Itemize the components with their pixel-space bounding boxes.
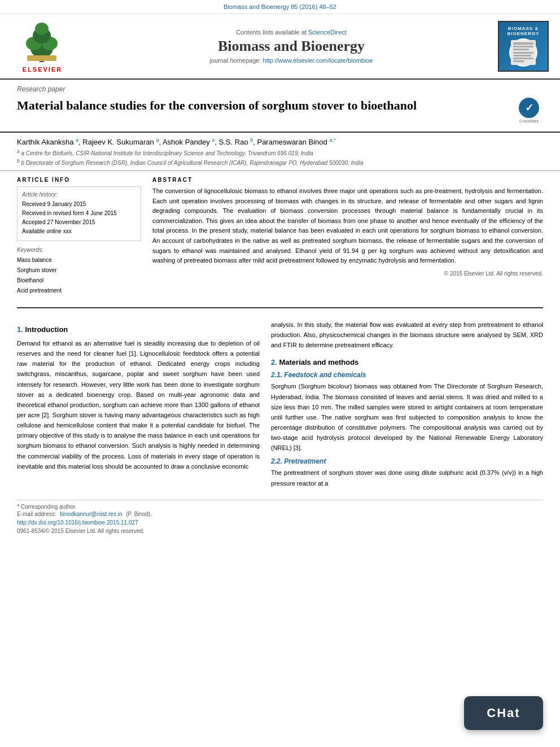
pretreatment-subsection-title: 2.2. Pretreatment	[271, 457, 543, 465]
svg-rect-13	[513, 58, 533, 59]
materials-section-title: 2. Materials and methods	[271, 358, 543, 366]
abstract-text: The conversion of lignocellulosic biomas…	[152, 186, 543, 266]
right-col-intro-text: analysis. In this study, the material fl…	[271, 320, 543, 350]
copyright-line: © 2015 Elsevier Ltd. All rights reserved…	[152, 270, 543, 277]
abstract-heading: ABSTRACT	[152, 177, 543, 183]
feedstock-subsection-title: 2.1. Feedstock and chemicals	[271, 371, 543, 379]
contents-text: Contents lists available at	[236, 29, 307, 36]
corresponding-note: * Corresponding author.	[17, 504, 543, 510]
section-divider	[17, 307, 543, 308]
journal-header: ELSEVIER Contents lists available at Sci…	[0, 14, 560, 80]
keyword-1: Mass balance	[17, 255, 141, 265]
elsevier-logo: ELSEVIER	[11, 20, 73, 73]
keywords-label: Keywords:	[17, 247, 141, 253]
materials-section-label: Materials and methods	[279, 358, 358, 366]
email-link[interactable]: binodkannur@niist.res.in	[60, 511, 122, 517]
sciencedirect-link[interactable]: ScienceDirect	[308, 29, 347, 36]
crossmark-badge: ✓ CrossMark	[515, 98, 543, 126]
chat-label: CHat	[487, 706, 520, 720]
footnote-area: * Corresponding author. E-mail address: …	[17, 500, 543, 517]
svg-rect-12	[513, 55, 531, 56]
abstract-col: ABSTRACT The conversion of lignocellulos…	[152, 177, 543, 296]
homepage-link[interactable]: http://www.elsevier.com/locate/biombioe	[263, 57, 373, 64]
article-title-section: Material balance studies for the convers…	[0, 95, 560, 133]
svg-point-5	[35, 23, 49, 35]
keyword-3: Bioethanol	[17, 276, 141, 286]
main-right-col: analysis. In this study, the material fl…	[271, 320, 543, 488]
authors: Karthik Akanksha a, Rajeev K. Sukumaran …	[17, 137, 543, 146]
crossmark-label: CrossMark	[519, 119, 539, 123]
svg-rect-10	[513, 49, 529, 50]
keyword-2: Sorghum stover	[17, 265, 141, 276]
intro-section-title: 1. Introduction	[17, 325, 260, 334]
svg-rect-14	[513, 60, 524, 62]
accepted-date: Accepted 27 November 2015	[22, 218, 136, 227]
crossmark-icon: ✓	[519, 98, 539, 118]
elsevier-text: ELSEVIER	[23, 66, 62, 73]
available-online: Available online xxx	[22, 227, 136, 236]
svg-rect-9	[513, 46, 533, 47]
keywords-box: Keywords: Mass balance Sorghum stover Bi…	[17, 247, 141, 296]
journal-header-center: Contents lists available at ScienceDirec…	[85, 29, 498, 64]
intro-section-num: 1.	[17, 325, 23, 334]
svg-rect-11	[513, 52, 533, 54]
article-info-heading: ARTICLE INFO	[17, 177, 141, 183]
email-line: E-mail address: binodkannur@niist.res.in…	[17, 511, 543, 517]
history-label: Article history:	[22, 191, 136, 198]
svg-rect-6	[27, 55, 56, 61]
main-content: 1. Introduction Demand for ethanol as an…	[0, 314, 560, 494]
svg-rect-8	[513, 42, 533, 45]
authors-section: Karthik Akanksha a, Rajeev K. Sukumaran …	[0, 133, 560, 171]
article-info-col: ARTICLE INFO Article history: Received 9…	[17, 177, 141, 296]
article-title: Material balance studies for the convers…	[17, 98, 504, 114]
badge-title: BIOMASS & BIOENERGY	[501, 26, 545, 36]
contents-available-line: Contents lists available at ScienceDirec…	[85, 29, 498, 36]
email-person: (P. Binod).	[126, 511, 152, 517]
received-date: Received 9 January 2015	[22, 200, 136, 209]
homepage-label: journal homepage:	[209, 57, 261, 64]
journal-badge: BIOMASS & BIOENERGY	[498, 21, 549, 72]
chat-button[interactable]: CHat	[464, 696, 543, 730]
intro-section-label: Introduction	[25, 325, 68, 334]
keyword-4: Acid pretreatment	[17, 286, 141, 296]
article-type: Research paper	[0, 80, 560, 95]
affiliation-a: a a Centre for Biofuels, CSIR-National I…	[17, 148, 543, 156]
email-label: E-mail address:	[17, 511, 56, 517]
article-history-box: Article history: Received 9 January 2015…	[17, 186, 141, 241]
doi-line[interactable]: http://dx.doi.org/10.1016/j.biombioe.201…	[17, 519, 543, 526]
issn-line: 0961-8534/© 2015 Elsevier Ltd. All right…	[17, 528, 543, 534]
feedstock-text: Sorghum (Sorghum bicolour) biomass was o…	[271, 381, 543, 453]
journal-citation-bar: Biomass and Bioenergy 85 (2016) 48–52	[0, 0, 560, 14]
received-revised: Received in revised form 4 June 2015	[22, 209, 136, 218]
article-info-abstract: ARTICLE INFO Article history: Received 9…	[0, 171, 560, 302]
main-left-col: 1. Introduction Demand for ethanol as an…	[17, 320, 260, 488]
journal-title: Biomass and Bioenergy	[85, 38, 498, 55]
materials-section-num: 2.	[271, 358, 277, 366]
elsevier-tree-icon	[17, 20, 68, 65]
intro-body-text: Demand for ethanol as an alternative fue…	[17, 338, 260, 471]
affiliation-b: b b Directorate of Sorghum Research (DSR…	[17, 158, 543, 166]
journal-homepage: journal homepage: http://www.elsevier.co…	[85, 57, 498, 64]
badge-image	[509, 38, 537, 67]
pretreatment-text: The pretreatment of sorghum stover was d…	[271, 468, 543, 488]
journal-citation: Biomass and Bioenergy 85 (2016) 48–52	[224, 3, 336, 10]
keywords-list: Mass balance Sorghum stover Bioethanol A…	[17, 255, 141, 296]
